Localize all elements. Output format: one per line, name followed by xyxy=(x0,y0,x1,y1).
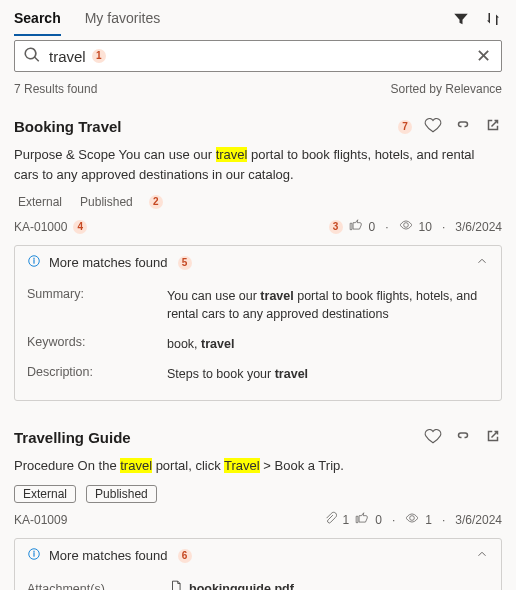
tabs: Search My favorites xyxy=(14,4,160,36)
tab-favorites[interactable]: My favorites xyxy=(85,4,160,36)
search-icon xyxy=(23,46,49,67)
sort-icon[interactable] xyxy=(484,10,502,31)
result-id: KA-01009 xyxy=(14,513,67,527)
summary-label: Summary: xyxy=(27,287,167,323)
search-value: travel xyxy=(49,48,86,65)
expander-header[interactable]: More matches found 6 xyxy=(15,539,501,572)
result-tags: External Published xyxy=(14,479,502,505)
open-external-icon[interactable] xyxy=(484,427,502,448)
chevron-up-icon xyxy=(475,254,489,271)
file-icon xyxy=(169,580,183,590)
attachments-label: Attachment(s) xyxy=(27,582,157,591)
description-label: Description: xyxy=(27,365,167,383)
keywords-label: Keywords: xyxy=(27,335,167,353)
result-title[interactable]: Booking Travel xyxy=(14,118,122,135)
more-matches-expander: More matches found 6 Attachment(s) booki… xyxy=(14,538,502,590)
favorite-icon[interactable] xyxy=(424,116,442,137)
results-count: 7 Results found xyxy=(14,82,97,96)
views-icon xyxy=(405,511,419,528)
annotation-badge: 4 xyxy=(73,220,87,234)
result-stats: 3 0 10 3/6/2024 xyxy=(327,218,502,235)
result-snippet: Procedure On the travel portal, click Tr… xyxy=(14,448,502,480)
tag-published: Published xyxy=(86,485,157,503)
search-input[interactable]: travel 1 ✕ xyxy=(14,40,502,72)
tag-published: Published xyxy=(76,194,137,210)
result-title[interactable]: Travelling Guide xyxy=(14,429,131,446)
attachment-icon[interactable] xyxy=(323,511,337,528)
result-snippet: Purpose & Scope You can use our travel p… xyxy=(14,137,502,188)
result-stats: 1 0 1 3/6/2024 xyxy=(323,511,502,528)
info-icon xyxy=(27,254,41,271)
result-date: 3/6/2024 xyxy=(455,513,502,527)
filter-icon[interactable] xyxy=(452,10,470,31)
annotation-badge: 7 xyxy=(398,120,412,134)
sort-label: Sorted by Relevance xyxy=(391,82,502,96)
result-item: Travelling Guide Procedure On the travel… xyxy=(0,415,516,591)
summary-value: You can use our travel portal to book fl… xyxy=(167,287,489,323)
annotation-badge: 5 xyxy=(178,256,192,270)
copy-link-icon[interactable] xyxy=(454,427,472,448)
result-item: Booking Travel 7 Purpose & Scope You can… xyxy=(0,104,516,415)
annotation-badge: 2 xyxy=(149,195,163,209)
description-value: Steps to book your travel xyxy=(167,365,308,383)
result-date: 3/6/2024 xyxy=(455,220,502,234)
copy-link-icon[interactable] xyxy=(454,116,472,137)
annotation-badge: 1 xyxy=(92,49,106,63)
like-icon[interactable] xyxy=(355,511,369,528)
result-tags: External Published 2 xyxy=(14,188,502,212)
tag-external: External xyxy=(14,194,66,210)
info-icon xyxy=(27,547,41,564)
chevron-up-icon xyxy=(475,547,489,564)
favorite-icon[interactable] xyxy=(424,427,442,448)
keywords-value: book, travel xyxy=(167,335,234,353)
expander-header[interactable]: More matches found 5 xyxy=(15,246,501,279)
like-icon[interactable] xyxy=(349,218,363,235)
result-id: KA-01000 xyxy=(14,220,67,234)
tab-search[interactable]: Search xyxy=(14,4,61,36)
open-external-icon[interactable] xyxy=(484,116,502,137)
clear-search-icon[interactable]: ✕ xyxy=(474,45,493,67)
annotation-badge: 6 xyxy=(178,549,192,563)
tag-external: External xyxy=(14,485,76,503)
views-icon xyxy=(399,218,413,235)
annotation-badge: 3 xyxy=(329,220,343,234)
more-matches-expander: More matches found 5 Summary: You can us… xyxy=(14,245,502,401)
attachment-file[interactable]: bookingguide.pdf xyxy=(169,580,294,590)
